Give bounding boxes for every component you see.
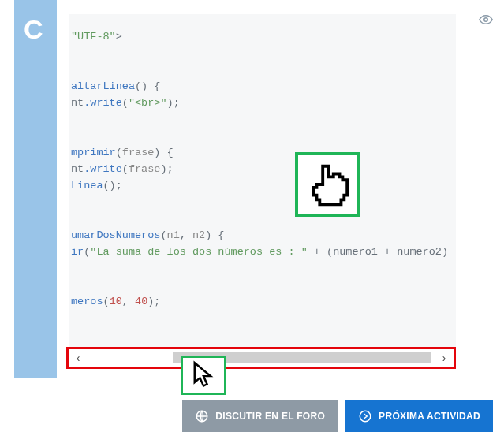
code-token: ( xyxy=(122,163,129,175)
code-token: ) { xyxy=(205,229,224,241)
code-token: nt xyxy=(71,163,84,175)
code-block: "UTF-8"> altarLinea() { nt.write("<br>")… xyxy=(71,28,451,310)
hand-cursor-callout xyxy=(295,152,360,217)
code-token: frase xyxy=(122,147,155,158)
sidebar-stripe xyxy=(14,0,57,378)
code-token: (); xyxy=(103,180,122,192)
code-token: .write xyxy=(84,163,122,175)
code-panel: "UTF-8"> altarLinea() { nt.write("<br>")… xyxy=(69,14,456,361)
scrollbar-track[interactable] xyxy=(86,352,436,363)
code-token: ) ) xyxy=(442,246,456,258)
scroll-left-arrow-icon[interactable]: ‹ xyxy=(72,352,84,364)
arrow-right-circle-icon xyxy=(358,409,372,423)
scroll-right-arrow-icon[interactable]: › xyxy=(438,352,450,364)
code-token: Linea xyxy=(71,180,103,192)
forum-button[interactable]: DISCUTIR EN EL FORO xyxy=(182,400,338,432)
code-token: n1 xyxy=(167,229,180,241)
code-token: ) { xyxy=(154,147,173,158)
next-activity-button[interactable]: PRÓXIMA ACTIVIDAD xyxy=(345,400,493,432)
code-token: .write xyxy=(84,97,122,109)
button-row: DISCUTIR EN EL FORO PRÓXIMA ACTIVIDAD xyxy=(0,400,496,432)
code-token: "La suma de los dos números es : " xyxy=(90,246,307,258)
code-token: , xyxy=(122,296,135,307)
code-token: ( xyxy=(160,229,166,241)
code-token: 40 xyxy=(135,296,147,307)
code-token: > xyxy=(116,31,122,43)
globe-icon xyxy=(195,409,209,423)
code-token: ir xyxy=(71,246,84,258)
horizontal-scrollbar[interactable]: ‹ › xyxy=(66,347,456,369)
code-token: n2 xyxy=(192,229,205,241)
code-token: "UTF-8" xyxy=(71,31,116,43)
code-token: meros xyxy=(71,296,103,307)
svg-point-2 xyxy=(360,411,371,422)
forum-button-label: DISCUTIR EN EL FORO xyxy=(215,411,325,422)
next-activity-button-label: PRÓXIMA ACTIVIDAD xyxy=(379,411,480,422)
code-token: + ( xyxy=(308,246,333,258)
code-token: ( xyxy=(122,97,129,109)
code-token: () { xyxy=(135,80,160,92)
code-token: + xyxy=(378,246,397,258)
code-token: ); xyxy=(160,163,173,175)
arrow-cursor-icon xyxy=(189,359,218,391)
code-token: frase xyxy=(129,163,161,175)
visibility-icon[interactable] xyxy=(479,13,493,30)
code-token: , xyxy=(180,229,192,241)
code-token: mprimir xyxy=(71,147,116,158)
svg-point-0 xyxy=(484,18,488,22)
code-token: numero1 xyxy=(333,246,378,258)
code-token: ); xyxy=(147,296,160,307)
code-token: nt xyxy=(71,97,84,109)
code-token: ( xyxy=(103,296,110,307)
arrow-cursor-callout xyxy=(181,356,226,395)
code-token: 10 xyxy=(110,296,122,307)
sidebar-letter: C xyxy=(24,14,43,45)
code-token: ); xyxy=(167,97,180,109)
code-token: umarDosNumeros xyxy=(71,229,160,241)
code-token: altarLinea xyxy=(71,80,135,92)
code-token: numero2 xyxy=(397,246,442,258)
code-token: "<br>" xyxy=(129,97,167,109)
code-token: ( xyxy=(116,147,122,158)
hand-cursor-icon xyxy=(303,160,352,209)
